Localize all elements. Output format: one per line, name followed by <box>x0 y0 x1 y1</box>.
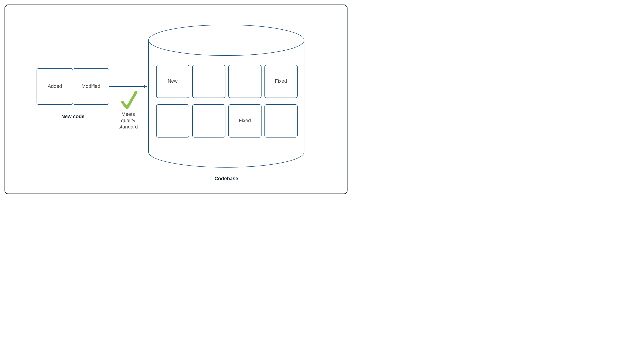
codebase-cell-1-3 <box>265 105 298 137</box>
new-code-group: Added Modified New code <box>37 68 109 119</box>
new-code-box-modified-label: Modified <box>82 83 100 89</box>
codebase-caption: Codebase <box>214 176 238 181</box>
codebase-cell-0-0-label: New <box>168 78 178 84</box>
arrow <box>109 85 147 88</box>
new-code-caption: New code <box>62 114 84 119</box>
codebase-cell-0-3-label: Fixed <box>275 78 287 84</box>
codebase-cell-1-1 <box>192 105 225 137</box>
svg-point-2 <box>148 25 304 56</box>
codebase-cylinder: New Fixed Fixed Codebase <box>148 25 304 181</box>
svg-marker-1 <box>144 85 147 88</box>
diagram-svg: Added Modified New code Meets quality st… <box>5 5 348 195</box>
codebase-cell-1-0 <box>156 105 189 137</box>
checkmark-icon <box>122 92 136 108</box>
quality-gate-line2: quality <box>121 118 136 123</box>
quality-gate-label: Meets quality standard <box>118 111 138 130</box>
new-code-box-added-label: Added <box>48 83 62 89</box>
codebase-cell-0-1 <box>192 65 225 98</box>
quality-gate-line3: standard <box>118 124 138 130</box>
quality-gate-line1: Meets <box>122 111 135 117</box>
codebase-cell-1-2-label: Fixed <box>239 118 251 123</box>
codebase-cell-0-2 <box>228 65 261 98</box>
diagram-frame: Added Modified New code Meets quality st… <box>4 5 348 194</box>
